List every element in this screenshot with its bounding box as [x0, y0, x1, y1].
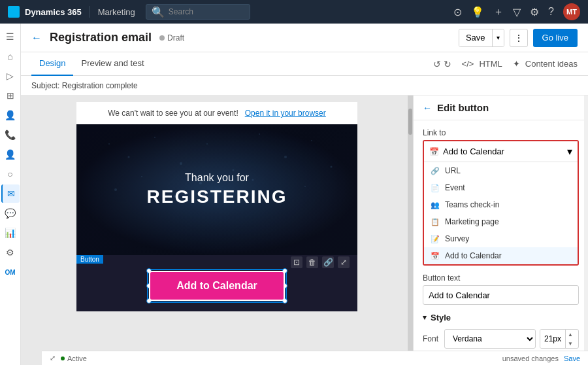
top-navigation: Dynamics 365 Marketing 🔍 ⊙ 💡 ＋ ▽ ⚙ ? MT [0, 0, 588, 24]
avatar[interactable]: MT [563, 3, 580, 20]
hero-text: Thank you for REGISTERING [147, 172, 287, 207]
open-in-browser-link[interactable]: Open it in your browser [245, 109, 326, 118]
button-toolbar: ⊡ 🗑 🔗 ⤢ [291, 256, 350, 268]
hero-title: REGISTERING [147, 186, 287, 207]
sidebar-item-settings2[interactable]: ⚙ [1, 243, 20, 262]
save-button-group: Save ▾ [459, 29, 504, 47]
survey-icon: 📝 [431, 235, 440, 243]
dynamics-icon [8, 6, 20, 18]
active-dot [61, 356, 65, 360]
draft-dot [159, 35, 165, 41]
dropdown-item-marketing[interactable]: 📋 Marketing page [424, 213, 578, 230]
header-actions: Save ▾ ⋮ Go live [459, 29, 578, 47]
button-text-label: Button text [423, 273, 579, 283]
expand-handle-icon[interactable]: ⤢ [338, 256, 350, 268]
expand-icon[interactable]: ⤢ [50, 354, 56, 362]
dropdown-item-survey[interactable]: 📝 Survey [424, 230, 578, 247]
hero-subtitle: Thank you for [147, 172, 287, 184]
dropdown-item-event-label: Event [445, 183, 465, 192]
font-size-up[interactable]: ▲ [566, 330, 575, 339]
button-text-input[interactable] [423, 285, 579, 305]
tab-bar-right: ↺ ↻ </> HTML ✦ Content ideas [433, 59, 578, 69]
sidebar-item-home[interactable]: ⌂ [1, 47, 20, 65]
search-box[interactable]: 🔍 [146, 4, 250, 20]
dropdown-item-url-label: URL [445, 166, 461, 175]
star-icon: ✦ [513, 59, 520, 69]
copy-icon[interactable]: ⊡ [291, 256, 302, 268]
undo-icon[interactable]: ↺ [433, 59, 441, 69]
draft-badge: Draft [159, 33, 184, 43]
sidebar-item-globe[interactable]: ○ [1, 165, 20, 183]
back-button[interactable]: ← [31, 32, 42, 44]
svg-point-3 [154, 137, 155, 138]
save-main-button[interactable]: Save [459, 29, 492, 47]
sidebar-item-om[interactable]: OM [1, 263, 20, 281]
sidebar-item-menu[interactable]: ☰ [1, 27, 20, 46]
font-size-down[interactable]: ▼ [566, 339, 575, 348]
content-ideas-label: Content ideas [525, 59, 578, 69]
dropdown-item-calendar-label: Add to Calendar [445, 251, 502, 260]
dropdown-item-marketing-label: Marketing page [445, 217, 499, 226]
lightbulb-icon[interactable]: 💡 [471, 6, 484, 18]
dropdown-item-calendar[interactable]: 📅 Add to Calendar [424, 247, 578, 264]
email-template: We can't wait to see you at our event! O… [76, 102, 357, 311]
dropdown-item-teams[interactable]: 👥 Teams check-in [424, 196, 578, 213]
sidebar-item-person[interactable]: 👤 [1, 145, 20, 164]
status-bar-right: unsaved changes Save [502, 355, 580, 362]
link-icon[interactable]: 🔗 [322, 256, 334, 268]
sidebar-item-segments[interactable]: ⊞ [1, 86, 20, 105]
event-icon: 📄 [431, 184, 440, 192]
scrollbar-thumb [408, 109, 412, 135]
page-title: Registration email [50, 31, 152, 44]
dropdown-selected-label: Add to Calendar [443, 147, 504, 156]
tab-preview[interactable]: Preview and test [73, 52, 152, 76]
dropdown-item-url[interactable]: 🔗 URL [424, 162, 578, 179]
style-section-label: Style [431, 313, 451, 322]
canvas-scrollbar[interactable] [408, 96, 413, 365]
dropdown-item-survey-label: Survey [445, 234, 469, 243]
module-name: Marketing [90, 7, 135, 17]
undo-redo-group: ↺ ↻ [433, 59, 451, 69]
go-live-button[interactable]: Go live [533, 29, 578, 47]
sidebar-item-email[interactable]: ✉ [1, 184, 20, 203]
help-icon[interactable]: ? [548, 6, 554, 18]
delete-icon[interactable]: 🗑 [306, 256, 318, 268]
svg-point-6 [233, 169, 235, 171]
brand-logo: Dynamics 365 [8, 6, 90, 18]
font-select[interactable]: Verdana [444, 329, 536, 349]
plus-icon[interactable]: ＋ [493, 5, 504, 19]
sidebar-item-chat[interactable]: 💬 [1, 204, 20, 222]
dropdown-trigger[interactable]: 📅 Add to Calendar ▾ [424, 141, 578, 162]
filter-icon[interactable]: ▽ [513, 6, 521, 18]
html-tab-group[interactable]: </> HTML [462, 59, 502, 69]
status-save-button[interactable]: Save [564, 355, 580, 362]
panel-body: Link to 📅 Add to Calendar ▾ 🔗 [414, 120, 588, 360]
sidebar-item-phone[interactable]: 📞 [1, 126, 20, 144]
html-tab-label: HTML [479, 59, 502, 69]
chevron-down-icon: ▾ [567, 145, 572, 158]
cta-button-container: Add to Calendar [149, 271, 285, 301]
more-options-button[interactable]: ⋮ [510, 29, 528, 47]
font-size-arrows: ▲ ▼ [565, 330, 575, 348]
save-dropdown-button[interactable]: ▾ [492, 29, 504, 47]
sidebar-item-contacts[interactable]: 👤 [1, 106, 20, 124]
panel-back-button[interactable]: ← [423, 103, 432, 113]
right-panel-scrollbar[interactable] [584, 96, 588, 365]
settings-icon[interactable]: ⚙ [530, 6, 539, 18]
brand-name: Dynamics 365 [25, 7, 82, 17]
tab-design[interactable]: Design [31, 52, 73, 76]
code-icon: </> [462, 59, 474, 69]
redo-icon[interactable]: ↻ [444, 59, 451, 69]
sidebar-item-chart[interactable]: 📊 [1, 224, 20, 242]
main-area: ← Registration email Draft Save ▾ ⋮ Go l… [21, 24, 588, 365]
email-header: We can't wait to see you at our event! O… [76, 102, 357, 124]
content-ideas-tab-group[interactable]: ✦ Content ideas [513, 59, 578, 69]
font-size-input[interactable] [540, 330, 565, 348]
style-section-header[interactable]: ▾ Style [423, 313, 579, 322]
check-circle-icon[interactable]: ⊙ [453, 6, 462, 18]
dropdown-item-event[interactable]: 📄 Event [424, 179, 578, 196]
cta-button[interactable]: Add to Calendar [149, 271, 285, 301]
sidebar-item-play[interactable]: ▷ [1, 67, 20, 85]
search-icon: 🔍 [152, 6, 165, 18]
search-input[interactable] [169, 7, 247, 16]
